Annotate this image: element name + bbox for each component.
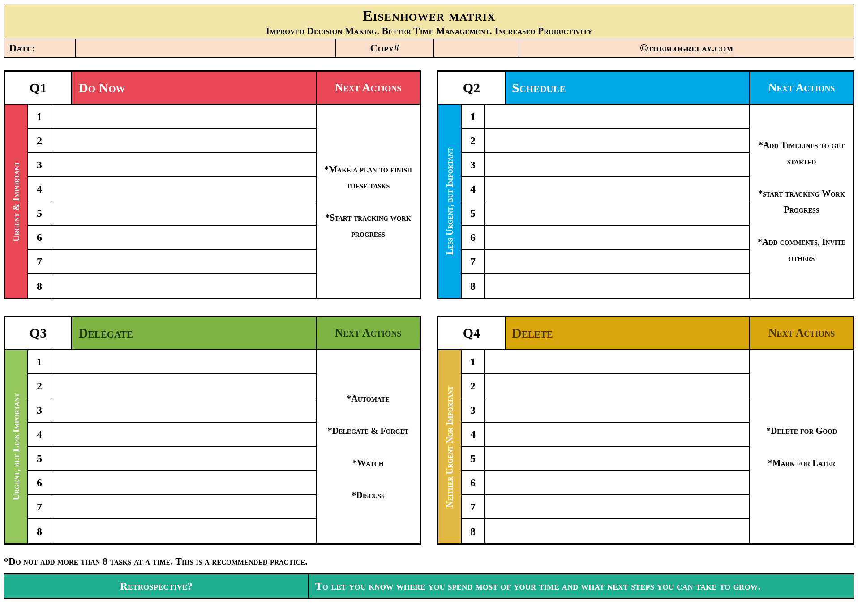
- task-input[interactable]: [485, 447, 749, 470]
- row-number: 7: [462, 495, 485, 518]
- matrix-grid: Q1 Do Now Next Actions Urgent & Importan…: [4, 70, 854, 545]
- task-row: 6: [28, 226, 316, 250]
- q2-next-label: Next Actions: [750, 72, 853, 104]
- task-input[interactable]: [51, 495, 316, 518]
- task-row: 4: [462, 177, 749, 201]
- retrospective-text: To let you know where you spend most of …: [309, 574, 854, 598]
- task-input[interactable]: [485, 274, 749, 298]
- task-input[interactable]: [51, 250, 316, 273]
- task-input[interactable]: [485, 129, 749, 152]
- copy-label: Copy#: [336, 39, 434, 57]
- task-input[interactable]: [485, 201, 749, 225]
- task-row: 2: [462, 129, 749, 153]
- page-title: Eisenhower matrix: [4, 7, 854, 24]
- task-input[interactable]: [51, 447, 316, 470]
- q1-title: Do Now: [72, 72, 317, 104]
- retrospective-row: Retrospective? To let you know where you…: [4, 573, 854, 599]
- task-input[interactable]: [485, 519, 749, 543]
- q1-actions: *Make a plan to finish these tasks *Star…: [317, 105, 420, 298]
- task-row: 3: [28, 153, 316, 177]
- task-input[interactable]: [485, 153, 749, 176]
- q4-title: Delete: [506, 317, 750, 349]
- task-input[interactable]: [485, 398, 749, 422]
- task-row: 3: [462, 153, 749, 177]
- q2-title: Schedule: [506, 72, 750, 104]
- row-number: 2: [462, 129, 485, 152]
- task-input[interactable]: [51, 519, 316, 543]
- task-input[interactable]: [485, 495, 749, 518]
- row-number: 4: [28, 423, 51, 446]
- q4-rows: 1 2 3 4 5 6 7 8: [462, 350, 750, 543]
- task-row: 6: [28, 471, 316, 495]
- row-number: 6: [28, 471, 51, 494]
- task-input[interactable]: [485, 423, 749, 446]
- task-row: 2: [28, 374, 316, 398]
- q2-actions: *Add Timelines to get started *start tra…: [750, 105, 853, 298]
- row-number: 4: [462, 177, 485, 201]
- task-input[interactable]: [485, 374, 749, 398]
- task-row: 4: [28, 177, 316, 201]
- meta-row: Date: Copy# ©theblogrelay.com: [4, 39, 854, 58]
- row-number: 8: [462, 274, 485, 298]
- row-number: 5: [462, 447, 485, 470]
- task-input[interactable]: [485, 177, 749, 201]
- credit-text: ©theblogrelay.com: [519, 39, 854, 57]
- row-number: 2: [28, 374, 51, 398]
- task-input[interactable]: [51, 105, 316, 128]
- task-input[interactable]: [485, 350, 749, 373]
- row-number: 1: [462, 105, 485, 128]
- row-number: 1: [28, 350, 51, 373]
- task-row: 4: [462, 423, 749, 447]
- row-number: 3: [462, 153, 485, 176]
- task-row: 5: [462, 201, 749, 226]
- task-row: 3: [462, 398, 749, 423]
- q3-title: Delegate: [72, 317, 317, 349]
- row-number: 3: [28, 398, 51, 422]
- quadrant-q1: Q1 Do Now Next Actions Urgent & Importan…: [4, 70, 421, 299]
- task-input[interactable]: [485, 250, 749, 273]
- row-number: 7: [28, 495, 51, 518]
- q2-side-label: Less Urgent, but Important: [438, 105, 462, 298]
- row-number: 8: [28, 274, 51, 298]
- row-number: 5: [28, 201, 51, 225]
- row-number: 7: [462, 250, 485, 273]
- date-label: Date:: [4, 39, 76, 57]
- task-input[interactable]: [485, 226, 749, 249]
- task-row: 7: [462, 495, 749, 519]
- task-input[interactable]: [51, 201, 316, 225]
- copy-value[interactable]: [434, 39, 519, 57]
- task-row: 5: [28, 201, 316, 226]
- task-input[interactable]: [485, 471, 749, 494]
- task-row: 1: [462, 350, 749, 374]
- row-number: 2: [28, 129, 51, 152]
- task-input[interactable]: [51, 471, 316, 494]
- task-input[interactable]: [51, 153, 316, 176]
- task-row: 5: [28, 447, 316, 471]
- q2-rows: 1 2 3 4 5 6 7 8: [462, 105, 750, 298]
- task-input[interactable]: [51, 374, 316, 398]
- date-value[interactable]: [76, 39, 336, 57]
- q1-side-label: Urgent & Important: [5, 105, 28, 298]
- q3-rows: 1 2 3 4 5 6 7 8: [28, 350, 317, 543]
- task-row: 8: [28, 274, 316, 298]
- task-row: 6: [462, 471, 749, 495]
- q1-rows: 1 2 3 4 5 6 7 8: [28, 105, 317, 298]
- task-row: 2: [462, 374, 749, 398]
- quadrant-q3: Q3 Delegate Next Actions Urgent, but Les…: [4, 316, 421, 545]
- task-row: 6: [462, 226, 749, 250]
- task-row: 3: [28, 398, 316, 423]
- task-row: 4: [28, 423, 316, 447]
- row-number: 3: [28, 153, 51, 176]
- task-input[interactable]: [51, 274, 316, 298]
- task-input[interactable]: [51, 177, 316, 201]
- task-input[interactable]: [485, 105, 749, 128]
- task-input[interactable]: [51, 129, 316, 152]
- task-input[interactable]: [51, 350, 316, 373]
- task-input[interactable]: [51, 226, 316, 249]
- row-number: 5: [28, 447, 51, 470]
- q3-next-label: Next Actions: [317, 317, 420, 349]
- task-row: 7: [462, 250, 749, 274]
- task-input[interactable]: [51, 398, 316, 422]
- task-row: 7: [28, 495, 316, 519]
- task-input[interactable]: [51, 423, 316, 446]
